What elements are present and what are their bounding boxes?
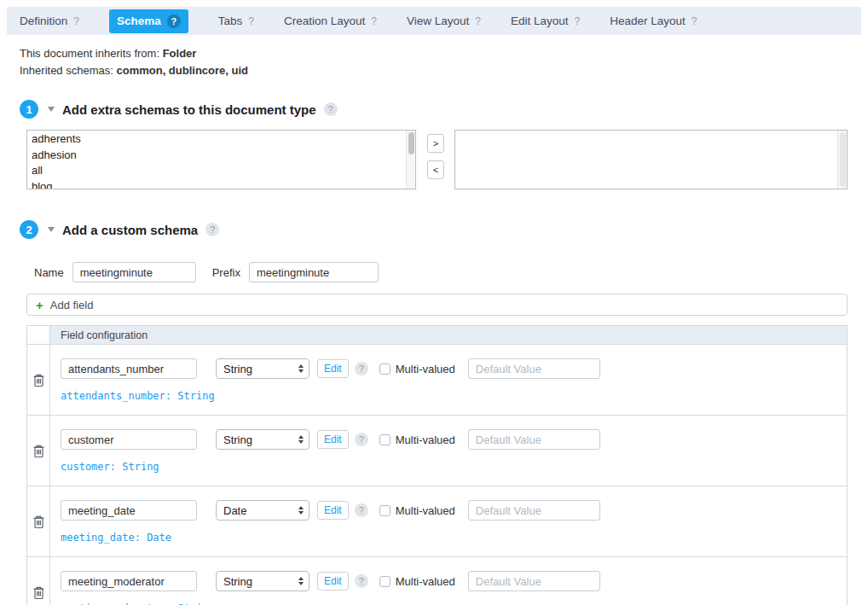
field-table: Field configuration String	[26, 325, 848, 605]
help-icon[interactable]: ?	[355, 433, 368, 446]
edit-field-button[interactable]: Edit	[317, 501, 349, 520]
field-name-input[interactable]	[61, 429, 197, 450]
default-value-input[interactable]	[468, 358, 600, 379]
field-name-input[interactable]	[61, 358, 197, 379]
tab-label: Creation Layout	[284, 15, 365, 27]
field-name-input[interactable]	[61, 500, 197, 521]
schema-name-input[interactable]	[72, 262, 196, 282]
edit-field-button[interactable]: Edit	[317, 359, 349, 378]
trash-icon	[32, 444, 45, 458]
scrollbar-thumb[interactable]	[840, 132, 846, 187]
help-icon[interactable]: ?	[205, 223, 219, 236]
tab-view-layout[interactable]: View Layout ?	[407, 15, 481, 27]
field-code-preview: customer: String	[61, 461, 847, 473]
tab-bar: Definition ? Schema ? Tabs ? Creation La…	[7, 7, 861, 35]
help-icon[interactable]: ?	[324, 102, 338, 116]
list-item[interactable]: adherents	[27, 131, 415, 148]
edit-field-button[interactable]: Edit	[317, 430, 349, 449]
move-right-button[interactable]: >	[427, 134, 444, 153]
trash-icon	[32, 515, 45, 529]
help-icon[interactable]: ?	[575, 15, 581, 27]
default-value-input[interactable]	[468, 500, 600, 521]
collapse-caret-icon[interactable]	[48, 227, 55, 232]
field-row: String Edit ? Multi-valued attendants_nu…	[27, 345, 847, 416]
help-icon[interactable]: ?	[355, 574, 368, 588]
delete-field-button[interactable]	[32, 444, 45, 458]
help-icon[interactable]: ?	[167, 15, 181, 28]
multi-valued-checkbox[interactable]	[379, 576, 391, 587]
multi-valued-checkbox[interactable]	[379, 364, 391, 375]
inherits-from-line: This document inherits from: Folder	[20, 45, 848, 62]
inherited-schemas-value: common, dublincore, uid	[116, 64, 248, 77]
move-left-button[interactable]: <	[427, 160, 444, 179]
tab-tabs[interactable]: Tabs ?	[218, 15, 254, 27]
section-1-title: Add extra schemas to this document type	[62, 102, 316, 117]
multi-valued-checkbox[interactable]	[379, 505, 391, 516]
header-icon-cell	[27, 326, 50, 344]
field-name-input[interactable]	[61, 571, 197, 591]
field-config-cell: String Edit ? Multi-valued meeting_moder…	[50, 557, 847, 605]
tab-header-layout[interactable]: Header Layout ?	[610, 15, 697, 27]
tab-label: Definition	[20, 15, 67, 27]
help-icon[interactable]: ?	[371, 15, 377, 27]
select-arrows-icon	[298, 577, 304, 585]
list-item[interactable]: blog	[27, 179, 415, 189]
row-icon-cell	[27, 416, 50, 486]
inherited-schemas-line: Inherited schemas: common, dublincore, u…	[20, 62, 848, 79]
prefix-label: Prefix	[212, 266, 240, 279]
select-arrows-icon	[298, 364, 304, 373]
list-item[interactable]: all	[27, 163, 415, 179]
delete-field-button[interactable]	[32, 515, 45, 529]
select-arrows-icon	[298, 506, 304, 515]
available-schemas-list[interactable]: adherents adhesion all blog	[26, 130, 416, 189]
help-icon[interactable]: ?	[73, 15, 79, 27]
field-type-value: String	[223, 575, 252, 588]
collapse-caret-icon[interactable]	[48, 107, 55, 112]
field-row: Date Edit ? Multi-valued meeting_date: D…	[27, 486, 847, 557]
name-label: Name	[34, 266, 64, 279]
add-field-label: Add field	[50, 299, 94, 311]
delete-field-button[interactable]	[32, 373, 45, 387]
delete-field-button[interactable]	[32, 585, 45, 600]
inherited-schemas-label: Inherited schemas:	[20, 64, 113, 77]
tab-schema[interactable]: Schema ?	[109, 9, 188, 33]
scrollbar-thumb[interactable]	[408, 132, 414, 154]
tab-label: View Layout	[407, 15, 469, 27]
help-icon[interactable]: ?	[355, 503, 368, 517]
selected-schemas-list[interactable]	[454, 130, 848, 189]
field-type-select[interactable]: String	[216, 429, 310, 450]
help-icon[interactable]: ?	[692, 15, 697, 27]
tab-creation-layout[interactable]: Creation Layout ?	[284, 15, 377, 27]
row-icon-cell	[27, 345, 50, 415]
section-2-title: Add a custom schema	[62, 223, 198, 237]
trash-icon	[32, 585, 45, 600]
row-icon-cell	[27, 486, 50, 556]
default-value-input[interactable]	[468, 571, 600, 591]
edit-field-button[interactable]: Edit	[317, 572, 349, 590]
field-code-preview: attendants_number: String	[61, 390, 847, 402]
default-value-input[interactable]	[468, 429, 600, 450]
field-table-header: Field configuration	[27, 326, 847, 345]
multi-valued-checkbox[interactable]	[379, 434, 391, 445]
tab-label: Header Layout	[610, 15, 686, 27]
tab-label: Tabs	[218, 15, 243, 27]
plus-icon: +	[36, 299, 43, 311]
help-icon[interactable]: ?	[355, 362, 368, 375]
field-type-select[interactable]: Date	[216, 500, 310, 521]
scrollbar[interactable]	[837, 131, 847, 189]
field-type-value: String	[223, 363, 252, 375]
tab-edit-layout[interactable]: Edit Layout ?	[511, 15, 580, 27]
field-code-preview: meeting_date: Date	[61, 532, 847, 544]
list-item[interactable]: adhesion	[27, 148, 415, 164]
tab-definition[interactable]: Definition ?	[20, 15, 79, 27]
field-row: String Edit ? Multi-valued meeting_moder…	[27, 557, 847, 605]
field-type-select[interactable]: String	[216, 358, 310, 379]
field-type-select[interactable]: String	[216, 571, 310, 591]
scrollbar[interactable]	[406, 131, 415, 189]
help-icon[interactable]: ?	[475, 15, 481, 27]
add-field-button[interactable]: + Add field	[26, 294, 848, 316]
help-icon[interactable]: ?	[248, 15, 254, 27]
multi-valued-label: Multi-valued	[396, 433, 455, 446]
select-arrows-icon	[298, 435, 304, 444]
schema-prefix-input[interactable]	[249, 262, 379, 282]
